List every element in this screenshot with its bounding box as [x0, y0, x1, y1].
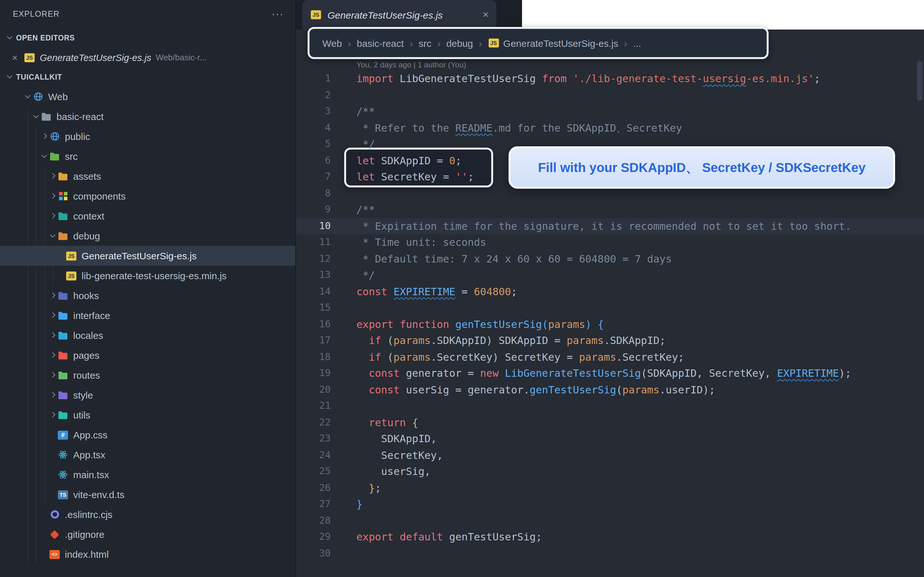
code-line-16[interactable]: 16export function genTestUserSig(params)…	[296, 316, 924, 332]
eslint-icon	[49, 510, 60, 519]
code-line-24[interactable]: 24 SecretKey,	[296, 447, 924, 463]
css-icon: #	[57, 430, 69, 439]
code-line-3[interactable]: 3/**	[296, 103, 924, 120]
line-number: 3	[296, 103, 331, 120]
folder-debug-icon	[57, 231, 69, 240]
explorer-sidebar: EXPLORER ··· OPEN EDITORS × JS GenerateT…	[0, 0, 296, 577]
tree-item-lib-generate-test-usersig-es.min.js[interactable]: JSlib-generate-test-usersig-es.min.js	[0, 266, 295, 285]
tree-item-hooks[interactable]: hooks	[0, 285, 295, 306]
code-line-29[interactable]: 29export default genTestUserSig;	[296, 529, 924, 545]
workspace-header[interactable]: TUICALLKIT	[0, 68, 295, 87]
breadcrumb-separator: ›	[479, 37, 482, 48]
tree-item-src[interactable]: src	[0, 146, 295, 166]
breadcrumb-item[interactable]: Web	[323, 37, 342, 48]
code-line-19[interactable]: 19 const generator = new LibGenerateTest…	[296, 365, 924, 382]
tree-item-.gitignore[interactable]: .gitignore	[0, 524, 295, 544]
code-line-17[interactable]: 17 if (params.SDKAppID) SDKAppID = param…	[296, 332, 924, 349]
code-line-21[interactable]: 21	[296, 398, 924, 414]
tree-item-public[interactable]: public	[0, 126, 295, 146]
breadcrumb-item[interactable]: basic-react	[357, 37, 404, 48]
code-line-26[interactable]: 26 };	[296, 480, 924, 496]
folder-locales-icon	[57, 331, 69, 340]
line-number: 4	[296, 120, 331, 136]
tree-item-debug[interactable]: debug	[0, 226, 295, 246]
line-number: 21	[296, 398, 331, 414]
tree-item-App.css[interactable]: #App.css	[0, 425, 295, 445]
chevron-right-icon	[48, 390, 57, 400]
more-actions-icon[interactable]: ···	[272, 8, 284, 20]
code-line-23[interactable]: 23 SDKAppID,	[296, 431, 924, 447]
code-line-30[interactable]: 30	[296, 545, 924, 562]
code-line-2[interactable]: 2	[296, 87, 924, 103]
tree-item-index.html[interactable]: <>index.html	[0, 544, 295, 564]
code-line-20[interactable]: 20 const userSig = generator.genTestUser…	[296, 382, 924, 398]
line-number: 11	[296, 234, 331, 251]
code-line-14[interactable]: 14const EXPIRETIME = 604800;	[296, 284, 924, 300]
tree-item-GenerateTestUserSig-es.js[interactable]: JSGenerateTestUserSig-es.js	[0, 246, 295, 266]
tree-item-basic-react[interactable]: basic-react	[0, 106, 295, 126]
folder-pages-icon	[57, 351, 69, 360]
tree-item-components[interactable]: components	[0, 186, 295, 206]
tree-item-App.tsx[interactable]: App.tsx	[0, 445, 295, 465]
tree-item-locales[interactable]: locales	[0, 326, 295, 345]
file-tree: Webbasic-reactpublicsrcassetscomponentsc…	[0, 87, 295, 564]
code-line-15[interactable]: 15	[296, 300, 924, 316]
code-line-11[interactable]: 11 * Time unit: seconds	[296, 234, 924, 251]
breadcrumb-item[interactable]: JSGenerateTestUserSig-es.js	[488, 37, 618, 48]
code-line-22[interactable]: 22 return {	[296, 414, 924, 431]
code-line-27[interactable]: 27}	[296, 496, 924, 513]
js-icon: JS	[66, 251, 77, 260]
ts-icon: TS	[57, 490, 69, 499]
breadcrumb-item[interactable]: debug	[446, 37, 473, 48]
vscode-window: EXPLORER ··· OPEN EDITORS × JS GenerateT…	[0, 0, 924, 577]
open-editors-label: OPEN EDITORS	[16, 34, 75, 42]
page-background	[522, 0, 924, 29]
line-number: 6	[296, 152, 331, 169]
tree-item-Web[interactable]: Web	[0, 87, 295, 106]
open-editors-header[interactable]: OPEN EDITORS	[0, 28, 295, 47]
tree-item-context[interactable]: context	[0, 206, 295, 226]
breadcrumb-separator: ›	[410, 37, 413, 48]
chevron-down-icon	[31, 112, 40, 121]
line-number: 28	[296, 513, 331, 529]
line-number: 23	[296, 431, 331, 447]
tree-item-pages[interactable]: pages	[0, 345, 295, 365]
editor-scrollbar[interactable]	[917, 61, 923, 101]
code-line-12[interactable]: 12 * Default time: 7 x 24 x 60 x 60 = 60…	[296, 251, 924, 267]
tree-item-utils[interactable]: utils	[0, 405, 295, 425]
code-editor[interactable]: You, 2 days ago | 1 author (You) 1import…	[296, 29, 924, 577]
breadcrumb-item[interactable]: src	[419, 37, 432, 48]
code-line-25[interactable]: 25 userSig,	[296, 463, 924, 480]
chevron-right-icon	[48, 172, 57, 181]
tree-item-interface[interactable]: interface	[0, 306, 295, 326]
tree-item-routes[interactable]: routes	[0, 365, 295, 385]
tree-item-.eslintrc.cjs[interactable]: .eslintrc.cjs	[0, 504, 295, 524]
chevron-down-icon	[48, 231, 57, 240]
code-line-4[interactable]: 4 * Refer to the README.md for the SDKAp…	[296, 120, 924, 136]
code-line-10[interactable]: 10 * Expiration time for the signature, …	[296, 218, 924, 234]
tab-generatetestusersig[interactable]: JS GenerateTestUserSig-es.js ×	[302, 0, 497, 29]
tree-item-style[interactable]: style	[0, 385, 295, 405]
tab-close-icon[interactable]: ×	[482, 9, 489, 21]
chevron-down-icon	[23, 92, 32, 101]
folder-icon	[40, 112, 52, 121]
codelens-annotation[interactable]: You, 2 days ago | 1 author (You)	[356, 59, 924, 71]
breadcrumb-item[interactable]: ...	[633, 37, 641, 48]
chevron-right-icon	[48, 411, 57, 419]
line-number: 18	[296, 349, 331, 365]
code-line-28[interactable]: 28	[296, 513, 924, 529]
chevron-down-icon	[5, 73, 14, 82]
tree-item-vite-env.d.ts[interactable]: TSvite-env.d.ts	[0, 485, 295, 504]
open-editor-item[interactable]: × JS GenerateTestUserSig-es.js Web/basic…	[0, 47, 295, 68]
chevron-right-icon	[48, 192, 57, 201]
tree-item-assets[interactable]: assets	[0, 166, 295, 186]
code-line-18[interactable]: 18 if (params.SecretKey) SecretKey = par…	[296, 349, 924, 365]
line-number: 20	[296, 382, 331, 398]
code-line-13[interactable]: 13 */	[296, 267, 924, 284]
code-line-1[interactable]: 1import LibGenerateTestUserSig from './l…	[296, 71, 924, 87]
close-icon[interactable]: ×	[10, 52, 19, 63]
line-number: 9	[296, 201, 331, 218]
tree-item-main.tsx[interactable]: main.tsx	[0, 465, 295, 485]
code-line-9[interactable]: 9/**	[296, 201, 924, 218]
workspace-label: TUICALLKIT	[16, 73, 62, 81]
